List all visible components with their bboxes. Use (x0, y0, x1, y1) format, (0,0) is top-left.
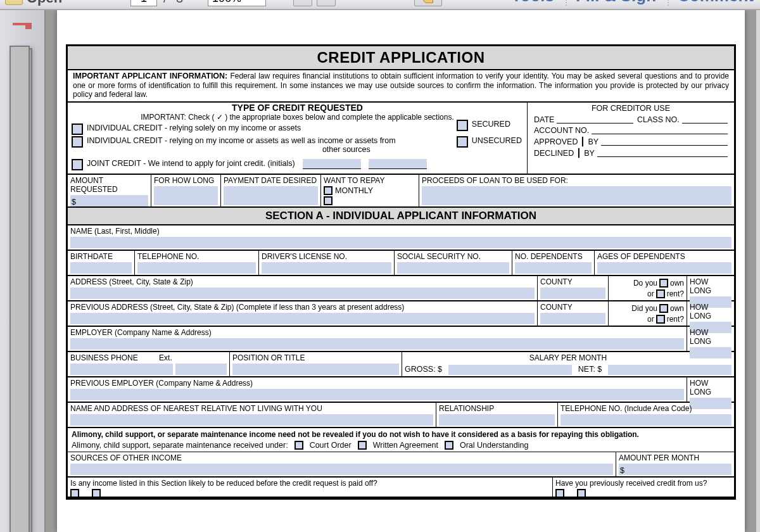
thumbnails-icon[interactable] (13, 23, 32, 25)
other-amount-field[interactable]: $ (619, 464, 732, 475)
howlong-field[interactable] (154, 186, 218, 205)
toolbar-button-2[interactable] (317, 0, 336, 6)
bizphone-field[interactable] (70, 364, 173, 375)
comment-link[interactable]: Comment (668, 0, 754, 6)
account-field[interactable] (592, 127, 728, 134)
prev-rent-checkbox[interactable] (656, 315, 665, 324)
pdf-page: CREDIT APPLICATION IMPORTANT APPLICANT I… (57, 10, 745, 532)
section-a-heading: SECTION A - INDIVIDUAL APPLICANT INFORMA… (68, 208, 734, 225)
vertical-scrollbar[interactable] (756, 10, 760, 532)
form-title: CREDIT APPLICATION (68, 46, 734, 70)
joint-initials-2[interactable] (369, 159, 427, 169)
ages-field[interactable] (597, 262, 732, 274)
hand-icon (423, 0, 433, 3)
individual-credit-2-label: INDIVIDUAL CREDIT - relying on my income… (87, 136, 396, 154)
rent-checkbox[interactable] (656, 289, 665, 298)
joint-credit-label: JOINT CREDIT - We intend to apply for jo… (87, 159, 295, 168)
creditor-heading: FOR CREDITOR USE (534, 104, 728, 113)
open-button[interactable]: Open (5, 0, 62, 6)
name-field[interactable] (70, 237, 732, 248)
unsecured-checkbox[interactable] (457, 136, 468, 148)
birthdate-field[interactable] (70, 262, 132, 274)
unsecured-label: UNSECURED (472, 136, 522, 145)
individual-credit-2-checkbox[interactable] (72, 136, 83, 148)
zoom-value: 106% (212, 0, 241, 6)
sidebar (0, 10, 46, 532)
relative-field[interactable] (70, 414, 433, 426)
pages-icon[interactable] (12, 48, 32, 532)
important-label: IMPORTANT APPLICANT INFORMATION: (73, 72, 227, 80)
open-label: Open (27, 0, 62, 6)
dl-field[interactable] (262, 262, 391, 274)
prev-own-checkbox[interactable] (659, 304, 668, 313)
prev-county-field[interactable] (540, 313, 605, 324)
employer-field[interactable] (70, 338, 684, 350)
q1-no-checkbox[interactable] (70, 489, 79, 498)
repay-other-checkbox[interactable] (324, 196, 332, 205)
individual-credit-1-label: INDIVIDUAL CREDIT - relying solely on my… (87, 124, 301, 132)
ext-field[interactable] (175, 364, 227, 375)
joint-initials-1[interactable] (303, 159, 361, 169)
zoom-select[interactable]: 106% (208, 0, 266, 6)
secured-label: SECURED (472, 120, 510, 129)
written-agreement-checkbox[interactable] (358, 441, 367, 450)
prev-employer-field[interactable] (70, 389, 684, 400)
tocr-heading: TYPE OF CREDIT REQUESTED (72, 103, 523, 113)
approved-by-field[interactable] (601, 138, 728, 146)
gross-field[interactable] (448, 365, 572, 375)
fill-sign-link[interactable]: Fill & Sign (566, 0, 656, 6)
q2-no-checkbox[interactable] (555, 489, 564, 498)
payment-date-field[interactable] (224, 186, 318, 205)
own-checkbox[interactable] (659, 279, 668, 288)
chevron-down-icon (255, 0, 262, 1)
declined-by-field[interactable] (597, 149, 728, 157)
type-of-credit-section: TYPE OF CREDIT REQUESTED IMPORTANT: Chec… (68, 103, 528, 174)
document-viewport: CREDIT APPLICATION IMPORTANT APPLICANT I… (46, 10, 756, 532)
important-info: IMPORTANT APPLICANT INFORMATION: Federal… (68, 70, 734, 103)
page-number-input[interactable]: 1 (130, 0, 157, 6)
proceeds-field[interactable] (422, 186, 732, 205)
classno-field[interactable] (682, 116, 728, 124)
creditor-use-section: FOR CREDITOR USE DATECLASS NO. ACCOUNT N… (528, 103, 734, 174)
toolbar-right-links: Tools Fill & Sign Comment (503, 0, 754, 6)
net-field[interactable] (608, 365, 732, 375)
amount-requested-field[interactable]: $ (70, 195, 148, 206)
page-total: 3 (176, 0, 183, 6)
address-field[interactable] (70, 288, 535, 299)
folder-icon (5, 0, 23, 5)
page-separator: / (163, 0, 167, 6)
position-field[interactable] (232, 364, 399, 375)
ssn-field[interactable] (397, 262, 509, 274)
prev-address-field[interactable] (70, 313, 535, 324)
court-order-checkbox[interactable] (294, 441, 303, 450)
q1-yes-checkbox[interactable] (92, 489, 101, 498)
repay-monthly-checkbox[interactable] (324, 186, 332, 195)
q2-yes-checkbox[interactable] (577, 489, 586, 498)
toolbar-button-1[interactable] (293, 0, 312, 6)
other-income-field[interactable] (70, 464, 613, 475)
dependents-field[interactable] (515, 262, 592, 274)
pdf-toolbar: Open 1 / 3 106% Tools Fill & Sign Commen… (0, 0, 760, 10)
telephone-field[interactable] (137, 262, 256, 274)
individual-credit-1-checkbox[interactable] (72, 124, 83, 135)
tocr-sub: IMPORTANT: Check ( ✓ ) the appropriate b… (72, 113, 523, 122)
oral-understanding-checkbox[interactable] (445, 441, 453, 450)
alimony-section: Alimony, child support, or separate main… (68, 428, 734, 452)
relative-tel-field[interactable] (560, 414, 732, 426)
joint-credit-checkbox[interactable] (72, 159, 83, 170)
tools-link[interactable]: Tools (503, 0, 554, 6)
credit-application-form: CREDIT APPLICATION IMPORTANT APPLICANT I… (66, 44, 736, 500)
county-field[interactable] (540, 288, 605, 299)
hand-tool-button[interactable] (414, 0, 442, 6)
date-field[interactable] (557, 116, 633, 124)
secured-checkbox[interactable] (457, 120, 468, 131)
relationship-field[interactable] (439, 414, 555, 426)
